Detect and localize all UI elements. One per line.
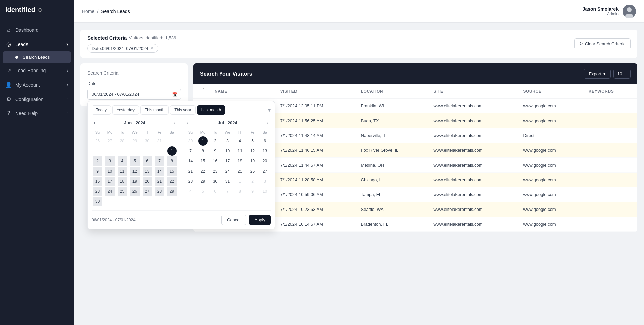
cal-day[interactable]: 28 [155, 187, 164, 196]
per-page-select[interactable]: 10 25 50 [613, 69, 631, 79]
clear-search-button[interactable]: ↻ Clear Search Criteria [574, 38, 631, 49]
cal-day[interactable]: 29 [130, 136, 140, 146]
cal-day[interactable]: 10 [260, 187, 270, 196]
export-button[interactable]: Export ▾ [584, 69, 611, 79]
cal-day[interactable]: 2 [93, 156, 102, 166]
cal-day[interactable]: 15 [167, 167, 177, 176]
cal-day[interactable]: 16 [93, 177, 102, 186]
cal-day[interactable]: 22 [198, 167, 208, 176]
cal-day[interactable]: 8 [198, 146, 208, 156]
cal-day[interactable]: 30 [211, 177, 220, 186]
cal-day[interactable]: 9 [93, 167, 102, 176]
cal-day[interactable]: 3 [260, 177, 270, 186]
cal-day[interactable]: 6 [211, 187, 220, 196]
cal-day[interactable]: 7 [186, 146, 195, 156]
cal-day-1-jul[interactable]: 1 [198, 136, 208, 146]
cal-day[interactable]: 13 [260, 146, 270, 156]
cal-day[interactable]: 19 [248, 156, 257, 166]
quick-btn-today[interactable]: Today [92, 105, 111, 115]
cal-day[interactable]: 25 [118, 187, 127, 196]
select-all-checkbox[interactable] [199, 88, 204, 93]
cal-day[interactable]: 8 [235, 187, 245, 196]
cal-day[interactable]: 11 [235, 146, 245, 156]
calendar-cancel-button[interactable]: Cancel [221, 215, 246, 225]
cal-day[interactable]: 29 [167, 187, 177, 196]
cal-day[interactable]: 11 [118, 167, 127, 176]
cal-day[interactable]: 21 [155, 177, 164, 186]
sidebar-item-leads[interactable]: ◎ Leads ▾ [0, 37, 74, 51]
cal-day[interactable]: 5 [248, 136, 257, 146]
cal-left-next-button[interactable]: › [172, 119, 178, 126]
cal-day[interactable]: 31 [155, 136, 164, 146]
cal-day[interactable]: 4 [186, 187, 195, 196]
calendar-scroll-down-icon[interactable]: ▾ [268, 107, 271, 113]
cal-day[interactable]: 30 [93, 197, 102, 206]
cal-day[interactable]: 27 [143, 187, 152, 196]
cal-left-prev-button[interactable]: ‹ [92, 119, 97, 126]
cal-day[interactable]: 7 [223, 187, 232, 196]
cal-day[interactable]: 15 [198, 156, 208, 166]
tag-remove-icon[interactable]: ✕ [150, 46, 154, 51]
quick-btn-yesterday[interactable]: Yesterday [112, 105, 139, 115]
cal-day[interactable]: 24 [223, 167, 232, 176]
cal-day[interactable]: 13 [143, 167, 152, 176]
cal-day[interactable]: 3 [223, 136, 232, 146]
cal-day[interactable]: 31 [223, 177, 232, 186]
cal-day[interactable]: 21 [186, 167, 195, 176]
cal-day[interactable]: 26 [93, 136, 102, 146]
breadcrumb-home[interactable]: Home [82, 9, 94, 14]
cal-day[interactable]: 22 [167, 177, 177, 186]
cal-day[interactable]: 28 [118, 136, 127, 146]
calendar-apply-button[interactable]: Apply [249, 215, 271, 225]
cal-day-1-jun[interactable]: 1 [167, 146, 177, 156]
cal-day[interactable]: 2 [211, 136, 220, 146]
sidebar-item-my-account[interactable]: 👤 My Account › [0, 78, 74, 92]
cal-day[interactable]: 5 [130, 156, 140, 166]
cal-day[interactable]: 1 [235, 177, 245, 186]
date-input[interactable] [87, 89, 181, 100]
cal-day[interactable]: 10 [105, 167, 115, 176]
cal-day[interactable]: 5 [198, 187, 208, 196]
cal-day[interactable]: 27 [105, 136, 115, 146]
cal-day[interactable]: 12 [248, 146, 257, 156]
cal-day[interactable]: 9 [211, 146, 220, 156]
cal-day[interactable]: 7 [155, 156, 164, 166]
cal-day[interactable]: 10 [223, 146, 232, 156]
cal-day[interactable]: 14 [155, 167, 164, 176]
sidebar-item-search-leads[interactable]: Search Leads [3, 51, 71, 63]
cal-day[interactable]: 20 [143, 177, 152, 186]
cal-day[interactable]: 20 [260, 156, 270, 166]
cal-day[interactable]: 4 [118, 156, 127, 166]
cal-day[interactable]: 23 [93, 187, 102, 196]
cal-day[interactable]: 2 [248, 177, 257, 186]
cal-day[interactable]: 25 [235, 167, 245, 176]
cal-day[interactable]: 6 [143, 156, 152, 166]
quick-btn-this-year[interactable]: This year [170, 105, 195, 115]
cal-day[interactable]: 8 [167, 156, 177, 166]
quick-btn-this-month[interactable]: This month [140, 105, 169, 115]
cal-day[interactable]: 9 [248, 187, 257, 196]
cal-day[interactable]: 17 [105, 177, 115, 186]
sidebar-item-need-help[interactable]: ? Need Help › [0, 106, 74, 121]
cal-right-next-button[interactable]: › [265, 119, 271, 126]
quick-btn-last-month[interactable]: Last month [197, 105, 225, 115]
cal-day[interactable]: 30 [186, 136, 195, 146]
cal-day[interactable]: 17 [223, 156, 232, 166]
sidebar-item-lead-handling[interactable]: ↗ Lead Handling › [0, 63, 74, 78]
sidebar-item-dashboard[interactable]: ⌂ Dashboard [0, 23, 74, 37]
cal-day[interactable]: 18 [235, 156, 245, 166]
cal-day[interactable]: 4 [235, 136, 245, 146]
cal-day[interactable]: 18 [118, 177, 127, 186]
cal-day[interactable]: 26 [130, 187, 140, 196]
cal-day[interactable]: 24 [105, 187, 115, 196]
cal-day[interactable]: 30 [143, 136, 152, 146]
cal-day[interactable]: 26 [248, 167, 257, 176]
cal-right-prev-button[interactable]: ‹ [184, 119, 190, 126]
cal-day[interactable]: 3 [105, 156, 115, 166]
sidebar-item-configuration[interactable]: ⚙ Configuration › [0, 92, 74, 106]
cal-day[interactable]: 27 [260, 167, 270, 176]
cal-day[interactable]: 28 [186, 177, 195, 186]
cal-day[interactable]: 12 [130, 167, 140, 176]
cal-day[interactable]: 16 [211, 156, 220, 166]
cal-day[interactable]: 19 [130, 177, 140, 186]
